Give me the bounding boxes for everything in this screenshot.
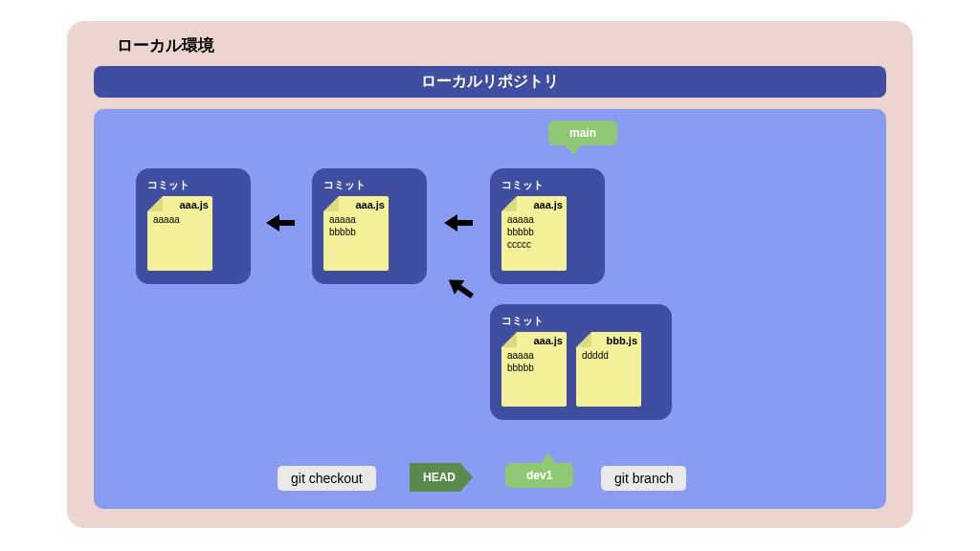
branch-tag-dev1: dev1 bbox=[505, 463, 573, 488]
file-body: aaaaa bbbbb bbox=[507, 350, 534, 373]
arrow-icon bbox=[445, 275, 477, 302]
file-body: aaaaa bbbbb bbox=[329, 214, 356, 237]
commit-card-1: コミット aaa.js aaaaa bbox=[136, 168, 251, 284]
local-repo-title: ローカルリポジトリ bbox=[94, 66, 886, 98]
branch-tag-main: main bbox=[548, 121, 617, 145]
file-card: aaa.js aaaaa bbox=[147, 196, 212, 271]
commit-label: コミット bbox=[501, 178, 593, 192]
commit-card-4: コミット aaa.js aaaaa bbbbb bbb.js ddddd bbox=[490, 304, 672, 420]
commit-label: コミット bbox=[323, 178, 415, 192]
local-env-panel: ローカル環境 ローカルリポジトリ main コミット aaa.js aaaaa … bbox=[67, 21, 913, 528]
cmd-git-branch: git branch bbox=[601, 466, 686, 491]
commit-label: コミット bbox=[147, 178, 239, 192]
file-body: aaaaa bbox=[153, 214, 180, 225]
arrow-icon bbox=[444, 216, 473, 230]
file-card: bbb.js ddddd bbox=[576, 332, 641, 407]
file-name: aaa.js bbox=[179, 198, 209, 211]
file-card: aaa.js aaaaa bbbbb ccccc bbox=[501, 196, 567, 271]
head-pointer: HEAD bbox=[410, 463, 473, 492]
commit-card-2: コミット aaa.js aaaaa bbbbb bbox=[312, 168, 427, 284]
file-name: aaa.js bbox=[533, 198, 563, 211]
file-name: aaa.js bbox=[533, 334, 563, 347]
file-body: aaaaa bbbbb ccccc bbox=[507, 214, 534, 250]
file-card: aaa.js aaaaa bbbbb bbox=[323, 196, 389, 271]
file-name: bbb.js bbox=[607, 334, 637, 347]
cmd-git-checkout: git checkout bbox=[278, 466, 376, 491]
commit-label: コミット bbox=[501, 314, 660, 328]
repo-canvas: main コミット aaa.js aaaaa コミット aaa.js aaaaa… bbox=[94, 109, 886, 509]
arrow-icon bbox=[266, 216, 295, 230]
file-body: ddddd bbox=[582, 350, 609, 361]
file-name: aaa.js bbox=[355, 198, 385, 211]
commit-card-3: コミット aaa.js aaaaa bbbbb ccccc bbox=[490, 168, 605, 284]
local-env-title: ローカル環境 bbox=[117, 34, 896, 56]
file-card: aaa.js aaaaa bbbbb bbox=[501, 332, 567, 407]
